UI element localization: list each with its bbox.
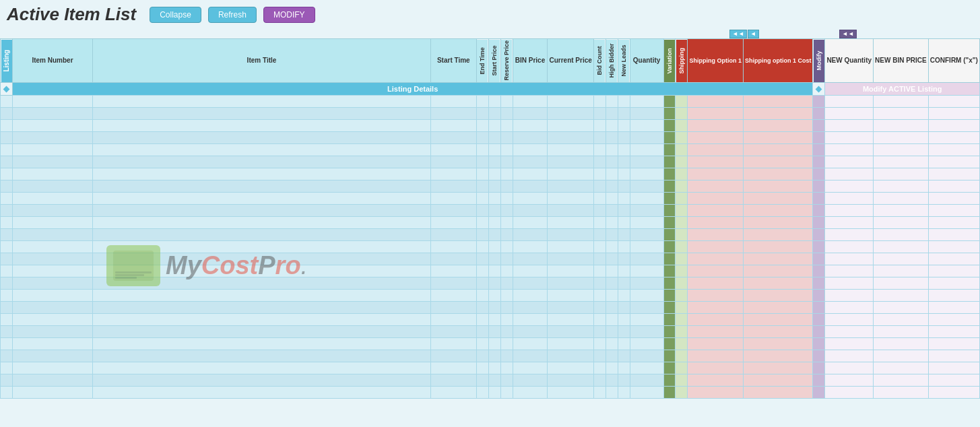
table-row [1, 204, 980, 216]
table-row [1, 362, 980, 374]
table-row: MyCostPro . [1, 265, 980, 277]
col-header-confirm: CONFIRM ("x") [928, 39, 979, 83]
listing-details-row: Listing Details Modify ACTIVE Listing [1, 82, 980, 95]
col-header-high-bidder: High Bidder [606, 39, 618, 83]
main-table: Listing Item Number Item Title Start Tim… [0, 38, 980, 399]
col-header-variation: Variation [663, 39, 676, 83]
col-header-listing: Listing [1, 39, 13, 83]
col-header-shipping-opt1-cost: Shipping option 1 Cost [743, 39, 813, 83]
modify-active-label: Modify ACTIVE Listing [825, 82, 980, 95]
page-title: Active Item List [7, 4, 136, 25]
table-row [1, 374, 980, 386]
table-row [1, 350, 980, 362]
col-header-quantity: Quantity [630, 39, 663, 83]
table-wrapper: ◄◄ ◄ ◄◄ Listing Item Number Item Title S… [0, 29, 980, 399]
table-row [1, 228, 980, 240]
table-row [1, 156, 980, 168]
modify-button[interactable]: MODIFY [263, 7, 315, 23]
col-header-modify: Modify [813, 39, 825, 83]
col-header-bid-count: Bid Count [593, 39, 606, 83]
col-header-current-price: Current Price [548, 39, 593, 83]
listing-details-label: Listing Details [12, 82, 812, 95]
table-row [1, 325, 980, 337]
table-row [1, 216, 980, 228]
col-header-start-time: Start Time [430, 39, 476, 83]
table-row [1, 119, 980, 131]
arrow-left-double[interactable]: ◄◄ [729, 30, 747, 38]
nav-arrows-top: ◄◄ ◄ ◄◄ [0, 29, 980, 38]
diamond-right [816, 86, 822, 92]
col-header-item-number: Item Number [12, 39, 92, 83]
table-row [1, 277, 980, 289]
header-bar: Active Item List Collapse Refresh MODIFY [0, 0, 980, 29]
collapse-button[interactable]: Collapse [150, 7, 201, 23]
col-header-new-quantity: NEW Quantity [825, 39, 874, 83]
col-header-start-price: Start Price [488, 39, 500, 83]
table-row [1, 168, 980, 180]
table-row [1, 143, 980, 156]
nav-arrows-left-group[interactable]: ◄◄ ◄ [729, 30, 759, 38]
nav-arrows-right-group[interactable]: ◄◄ [839, 30, 857, 38]
col-header-end-time: End Time [476, 39, 488, 83]
col-header-new-leads: New Leads [618, 39, 630, 83]
table-row [1, 313, 980, 325]
refresh-button[interactable]: Refresh [208, 7, 257, 23]
col-header-shipping: Shipping [676, 39, 688, 83]
table-row [1, 337, 980, 350]
table-row [1, 180, 980, 192]
arrow-right-double[interactable]: ◄◄ [839, 30, 857, 38]
col-header-item-title: Item Title [93, 39, 431, 83]
table-row [1, 107, 980, 119]
table-row [1, 289, 980, 301]
table-row [1, 131, 980, 143]
col-header-shipping-opt1: Shipping Option 1 [688, 39, 744, 83]
col-header-new-bin-price: NEW BIN PRICE [874, 39, 929, 83]
table-row [1, 253, 980, 265]
diamond-left [3, 86, 10, 92]
col-header-bin-price: BIN Price [513, 39, 548, 83]
table-row [1, 240, 980, 253]
col-header-reserve-price: Reserve Price [500, 39, 513, 83]
table-row [1, 95, 980, 107]
table-row [1, 301, 980, 313]
table-row [1, 192, 980, 204]
arrow-left-single[interactable]: ◄ [748, 30, 759, 38]
table-row [1, 386, 980, 398]
